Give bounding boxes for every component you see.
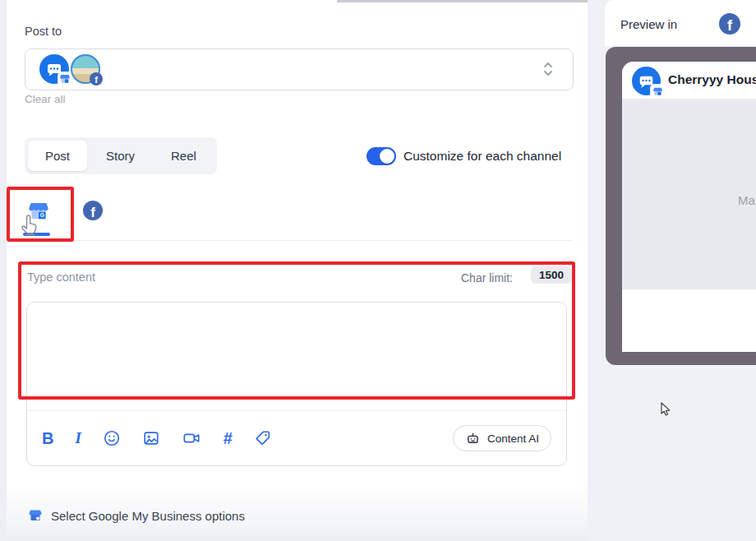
gmb-badge-icon (651, 85, 664, 98)
italic-button[interactable]: I (75, 429, 81, 447)
facebook-account-avatar: f (71, 54, 100, 84)
preview-title: Preview in (620, 17, 677, 31)
tab-post[interactable]: Post (28, 141, 87, 171)
image-button[interactable] (142, 429, 160, 447)
video-icon (182, 429, 202, 447)
customize-toggle[interactable] (366, 147, 396, 165)
emoji-icon (103, 429, 121, 447)
gmb-options-label: Select Google My Business options (51, 509, 245, 523)
emoji-button[interactable] (103, 429, 121, 447)
preview-media-placeholder: Ma (622, 99, 756, 289)
toggle-knob (380, 149, 394, 164)
channel-facebook[interactable]: f (83, 201, 103, 220)
robot-icon (465, 431, 481, 446)
preview-account-name: Cherryyy House (668, 72, 756, 87)
gmb-account-avatar (39, 54, 69, 84)
editor-toolbar: B I (27, 410, 566, 465)
preview-facebook-icon[interactable]: f (719, 13, 740, 35)
preview-media-text: Ma (738, 193, 755, 207)
label-tag-button[interactable] (254, 429, 272, 447)
clear-all-link[interactable]: Clear all (25, 93, 66, 105)
hashtag-icon: # (224, 429, 233, 448)
tab-story[interactable]: Story (89, 141, 152, 171)
customize-toggle-label: Customize for each channel (403, 149, 561, 164)
content-ai-label: Content AI (487, 432, 539, 445)
facebook-badge-icon: f (90, 72, 103, 86)
gmb-badge-icon (58, 72, 71, 86)
channel-row-divider (25, 240, 572, 241)
video-button[interactable] (182, 429, 202, 447)
select-chevron-icon (542, 60, 555, 78)
tag-icon (254, 429, 272, 447)
preview-device-frame: Cherryyy House Ma (606, 47, 756, 365)
content-placeholder-label: Type content (27, 270, 95, 284)
hand-cursor-icon (17, 214, 42, 238)
italic-icon: I (75, 429, 81, 447)
content-editor: B I (26, 302, 567, 466)
preview-post-header: Cherryyy House (622, 62, 756, 99)
bold-button[interactable]: B (42, 429, 53, 448)
tab-reel[interactable]: Reel (154, 141, 214, 171)
account-select[interactable]: f (25, 49, 574, 90)
content-ai-button[interactable]: Content AI (453, 425, 551, 451)
post-composer-screen: Post to f (0, 0, 756, 541)
gmb-storefront-icon (28, 508, 43, 523)
content-textarea[interactable] (27, 303, 566, 410)
gmb-options-row[interactable]: Select Google My Business options (28, 508, 245, 523)
preview-account-avatar (632, 67, 661, 95)
preview-post-card: Cherryyy House Ma (622, 62, 756, 352)
image-icon (142, 429, 160, 447)
char-limit-badge: 1500 (531, 266, 572, 284)
cropped-top-bar (337, 0, 588, 2)
char-limit-label: Char limit: (461, 271, 513, 284)
bold-icon: B (42, 429, 53, 448)
post-to-label: Post to (25, 25, 62, 38)
post-type-tabs: Post Story Reel (25, 137, 217, 174)
hashtag-button[interactable]: # (224, 429, 233, 448)
